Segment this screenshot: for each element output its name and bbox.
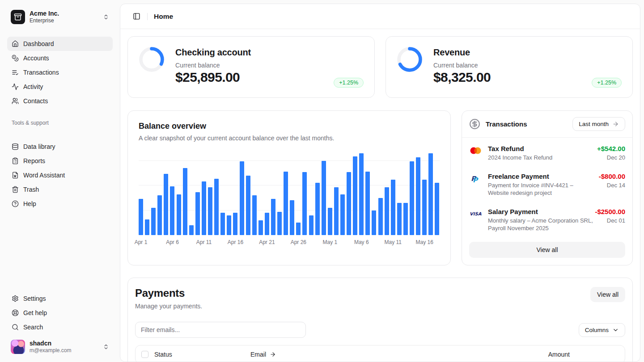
period-button-label: Last month: [579, 121, 609, 127]
org-switcher[interactable]: Acme Inc. Enterprise: [7, 7, 113, 27]
transaction-row[interactable]: Tax Refund+$542.002024 Income Tax Refund…: [469, 139, 625, 166]
transaction-date: Dec 20: [607, 154, 625, 162]
chart-bar: [309, 215, 314, 235]
sidebar-item-word-assistant[interactable]: Word Assistant: [7, 168, 113, 182]
sidebar-spacer: [7, 211, 113, 282]
sidebar-item-search[interactable]: Search: [7, 320, 113, 334]
chart-bar: [416, 157, 420, 235]
sidebar-item-get-help[interactable]: Get help: [7, 306, 113, 320]
payments-view-all-button[interactable]: View all: [590, 287, 625, 302]
chart-bar: [347, 172, 351, 235]
main-panel: Home Checking accountCurrent balance$25,…: [120, 4, 640, 362]
sidebar-item-label: Word Assistant: [23, 172, 65, 179]
transaction-title: Freelance Payment: [488, 173, 549, 180]
columns-dropdown-button[interactable]: Columns: [579, 323, 625, 337]
list-check-icon: [12, 69, 19, 76]
transactions-view-all-button[interactable]: View all: [469, 242, 625, 258]
user-email: m@example.com: [30, 347, 98, 354]
change-badge: +1.25%: [592, 78, 622, 88]
chart-bar: [284, 172, 288, 235]
sidebar-item-label: Contacts: [23, 97, 48, 105]
archive-icon: [14, 13, 22, 21]
life-buoy-icon: [12, 309, 19, 316]
payments-title: Payments: [135, 287, 202, 299]
chart-bar: [214, 179, 219, 235]
chart-bar: [378, 198, 383, 235]
page-title: Home: [154, 13, 173, 21]
sidebar-nav-footer: SettingsGet helpSearch: [7, 291, 113, 334]
sidebar-item-settings[interactable]: Settings: [7, 291, 113, 306]
balance-overview-title: Balance overview: [139, 122, 440, 131]
transaction-title: Tax Refund: [488, 145, 524, 152]
user-menu[interactable]: shadcn m@example.com: [7, 337, 113, 357]
chart-bar: [302, 172, 307, 235]
transaction-date: Dec 14: [607, 182, 625, 197]
chart-bar: [170, 186, 174, 235]
chart-bar: [233, 213, 237, 235]
chart-bar: [410, 161, 414, 235]
file-word-icon: [12, 172, 19, 179]
payments-card: Payments Manage your payments. View all …: [127, 278, 633, 362]
chart-bar: [145, 219, 149, 235]
sidebar-item-label: Trash: [23, 186, 39, 193]
select-all-checkbox[interactable]: [141, 351, 148, 358]
summary-card-title: Checking account: [175, 47, 251, 58]
sidebar-toggle-button[interactable]: [130, 10, 143, 23]
sidebar-section-label: Tools & support: [12, 120, 108, 126]
sidebar-item-reports[interactable]: Reports: [7, 154, 113, 168]
arrow-right-icon: [612, 121, 619, 127]
payments-subtitle: Manage your payments.: [135, 303, 202, 310]
sidebar-item-dashboard[interactable]: Dashboard: [7, 37, 113, 51]
arrow-right-icon: [270, 351, 276, 358]
sidebar-item-trash[interactable]: Trash: [7, 182, 113, 197]
search-icon: [12, 324, 19, 331]
sidebar-item-label: Data library: [23, 143, 55, 150]
database-icon: [12, 143, 19, 150]
sidebar-item-help[interactable]: Help: [7, 197, 113, 211]
sidebar-item-transactions[interactable]: Transactions: [7, 65, 113, 80]
chart-bar: [164, 174, 168, 235]
svg-text:P: P: [473, 176, 479, 184]
period-button[interactable]: Last month: [572, 117, 625, 131]
chart-bar: [403, 203, 408, 235]
sidebar-item-label: Get help: [23, 309, 47, 316]
transactions-header: Transactions Last month: [462, 111, 632, 138]
clipboard-list-icon: [12, 157, 19, 164]
payments-table: Status Email Amount: [135, 345, 625, 362]
chart-bar: [139, 199, 143, 235]
summary-card: RevenueCurrent balance$8,325.00+1.25%: [386, 36, 633, 98]
sidebar-item-label: Transactions: [23, 69, 59, 76]
chart-bar: [220, 213, 225, 235]
transaction-description: Payment for Invoice #INV-4421 – Website …: [488, 182, 594, 197]
transactions-panel: Transactions Last month Tax Refund+$542.…: [462, 110, 633, 265]
chart-x-tick-label: Apr 21: [259, 239, 275, 245]
sidebar-item-label: Settings: [23, 295, 46, 302]
transaction-description: 2024 Income Tax Refund: [488, 154, 552, 162]
transaction-date: Dec 01: [607, 217, 625, 232]
transaction-row[interactable]: VISASalary Payment-$2500.00Monthly salar…: [469, 202, 625, 237]
column-header-email-sort-button[interactable]: Email: [250, 351, 491, 358]
sidebar-item-contacts[interactable]: Contacts: [7, 94, 113, 108]
transaction-description: Monthly salary – Acme Corporation SRL, P…: [488, 217, 594, 232]
middle-row: Balance overview A clear snapshot of you…: [127, 110, 633, 265]
sidebar-nav-main: DashboardAccountsTransactionsActivityCon…: [7, 37, 113, 108]
sidebar-item-accounts[interactable]: Accounts: [7, 51, 113, 65]
sidebar-nav-tools: Data libraryReportsWord AssistantTrashHe…: [7, 139, 113, 211]
filter-emails-input[interactable]: [135, 322, 306, 338]
chart-bar: [334, 187, 339, 235]
summary-card: Checking accountCurrent balance$25,895.0…: [127, 36, 375, 98]
balance-label: Current balance: [175, 62, 251, 69]
transactions-list: Tax Refund+$542.002024 Income Tax Refund…: [462, 138, 632, 237]
chevrons-up-down-icon: [103, 14, 109, 20]
sidebar-item-data-library[interactable]: Data library: [7, 139, 113, 154]
chart-bar: [372, 210, 376, 236]
chart-x-tick-label: May 6: [354, 239, 369, 245]
chart-bar: [240, 161, 244, 235]
chart-bar: [428, 153, 433, 235]
visa-icon: VISA: [469, 209, 483, 218]
sidebar-item-activity[interactable]: Activity: [7, 80, 113, 94]
chart-bar: [208, 187, 212, 235]
transaction-row[interactable]: PPFreelance Payment-$800.00Payment for I…: [469, 166, 625, 202]
house-icon: [12, 40, 19, 47]
chart-bar: [183, 168, 187, 235]
